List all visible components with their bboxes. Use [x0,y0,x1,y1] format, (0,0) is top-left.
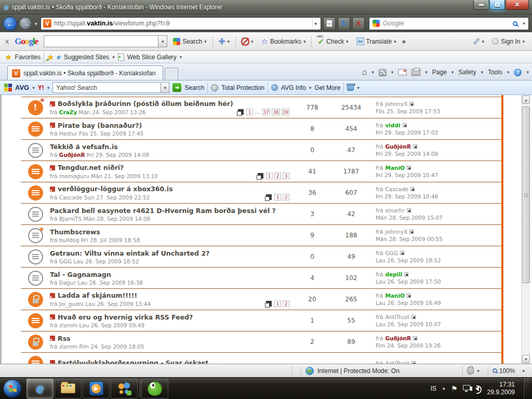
topic-author-link[interactable]: GuðjónR [59,152,85,158]
page-link[interactable]: 2 [274,172,281,179]
page-link[interactable]: 37 [262,109,270,115]
topic-author-link[interactable]: momoguru [59,173,89,179]
google-search-button[interactable]: Search ▾ [171,36,209,47]
goto-new-post-icon[interactable] [50,123,55,128]
goto-new-post-icon[interactable] [50,336,55,341]
taskbar-media-player-button[interactable]: ▶ [83,379,110,398]
topic-title-link[interactable]: Pirate bay (bannaður?) [58,122,142,129]
topic-author-link[interactable]: zlamm [59,322,77,328]
goto-last-post-icon[interactable] [407,166,411,170]
topic-title-link[interactable]: verðlöggur-löggur á xbox360.is [58,185,173,193]
last-post-author-link[interactable]: AntiTrust [385,314,409,320]
toolbar-close-icon[interactable]: x [5,37,9,45]
topic-title-link[interactable]: Hvað eru og hvernig virka RSS Feed? [58,313,193,321]
goto-last-post-icon[interactable] [403,123,407,127]
goto-last-post-icon[interactable] [407,294,411,298]
scrollbar-thumb[interactable] [522,107,530,283]
yahoo-search-button[interactable]: Search [184,84,204,91]
goto-new-post-icon[interactable] [50,187,55,192]
volume-icon[interactable] [475,386,479,391]
last-post-author-link[interactable]: Cascade [385,186,408,192]
topic-author-link[interactable]: Joi_gudni [59,301,84,307]
yahoo-icon[interactable]: Y! [38,84,44,91]
help-icon[interactable]: ? [514,69,522,76]
goto-last-post-icon[interactable] [407,208,411,212]
topic-title-link[interactable]: Boðslykla þráðurinn (póstið öllum beiðnu… [58,100,233,108]
topic-author-link[interactable]: zlamm [59,343,77,350]
search-history-dropdown[interactable]: ▾ [158,36,167,47]
start-button[interactable] [3,379,22,398]
goto-last-post-icon[interactable] [400,251,404,255]
bookmarks-button[interactable]: ☆Bookmarks▾ [259,35,308,48]
refresh-button[interactable]: ↻ [338,17,350,30]
popup-blocker-button[interactable]: ▾ [240,36,256,47]
avg-tools-icon[interactable] [347,85,354,91]
recent-pages-dropdown[interactable]: ▾ [35,21,37,26]
scroll-down-button[interactable]: ▼ [522,355,530,363]
goto-last-post-icon[interactable] [411,361,416,364]
active-tab[interactable]: V spjall.vaktin.is • Skoða spjallborð - … [7,65,163,80]
goto-last-post-icon[interactable] [409,230,414,234]
url-text[interactable]: http://spjall.vaktin.is/viewforum.php?f=… [54,20,310,27]
maximize-button[interactable] [489,0,505,10]
page-link[interactable]: 39 [282,109,289,115]
page-link[interactable]: 1 [274,300,281,307]
taskbar-explorer-button[interactable] [55,379,82,398]
total-protection-button[interactable]: Total Protection [221,84,264,91]
topic-title-link[interactable]: Tengdur.net niðri? [58,164,124,171]
scroll-up-button[interactable]: ▲ [522,96,530,104]
last-post-author-link[interactable]: GGG [385,250,397,256]
taskbar-clock[interactable]: 17:31 29.9.2009 [487,381,515,396]
language-indicator[interactable]: IS [431,385,436,392]
topic-author-link[interactable]: GGG [59,258,72,264]
topic-author-link[interactable]: CraZy [59,109,77,115]
last-post-author-link[interactable]: depill [385,271,402,277]
get-more-button[interactable]: Get More [314,84,340,91]
web-slice-gallery-button[interactable]: Web Slice Gallery [127,54,177,61]
goto-last-post-icon[interactable] [413,144,417,149]
topic-title-link[interactable]: Tal - Gagnamagn [50,271,111,278]
last-post-author-link[interactable]: AntiTrust [385,360,409,364]
goto-last-post-icon[interactable] [409,102,414,106]
last-post-author-link[interactable]: ManiO [385,292,405,299]
address-bar[interactable]: V http://spjall.vaktin.is/viewforum.php?… [41,17,321,30]
stop-button[interactable]: ✕ [352,17,365,30]
page-link[interactable]: 3 [283,172,289,179]
topic-author-link[interactable]: BjarniTS [59,216,82,222]
goto-new-post-icon[interactable] [50,314,55,320]
goto-last-post-icon[interactable] [413,336,417,340]
compatibility-view-button[interactable] [323,17,336,30]
topic-author-link[interactable]: bulldog [59,237,79,243]
topic-title-link[interactable]: Ladda af skjánum!!!!! [58,291,137,299]
zoom-level[interactable]: 100% [499,367,515,375]
add-favorite-icon[interactable]: ★ [47,53,54,61]
last-post-author-link[interactable]: JohnnyX [385,229,407,235]
topic-author-link[interactable]: Cascade [59,194,83,201]
topic-title-link[interactable]: Tékkið á vefsafn.is [50,143,118,151]
network-icon[interactable] [463,385,470,390]
goto-last-post-icon[interactable] [404,272,408,276]
read-mail-icon[interactable] [398,69,407,75]
topic-title-link[interactable]: Fartölvulyklaborðsspurning - Svar óskast [58,359,208,364]
page-link[interactable]: 1 [274,194,281,201]
last-post-author-link[interactable]: GuðjónR [385,335,411,341]
topic-title-link[interactable]: Rss [58,335,71,342]
taskbar-yoshi-button[interactable] [141,379,168,398]
goto-new-post-icon[interactable] [50,293,55,298]
back-button[interactable]: ← [3,17,17,31]
new-tab-button[interactable] [165,68,178,80]
toolbar-settings-button[interactable]: ▾ [471,37,487,46]
last-post-author-link[interactable]: ManiO [385,165,405,171]
more-tools-chevron[interactable]: » [402,37,406,45]
vertical-scrollbar[interactable]: ▲ ▼ [521,95,530,364]
taskbar-ie-button[interactable]: e [26,379,54,398]
zoom-icon[interactable] [493,368,497,373]
add-gadget-button[interactable]: ✚▾ [217,35,232,48]
last-post-author-link[interactable]: JohnnyX [385,101,407,107]
rss-feeds-icon[interactable] [379,69,387,76]
print-icon[interactable] [411,69,420,76]
search-box[interactable]: Google ▾ [369,17,529,30]
spell-check-button[interactable]: ABC✓Check▾ [315,35,350,48]
search-icon[interactable] [513,21,517,26]
suggested-sites-button[interactable]: Suggested Sites [64,54,109,61]
